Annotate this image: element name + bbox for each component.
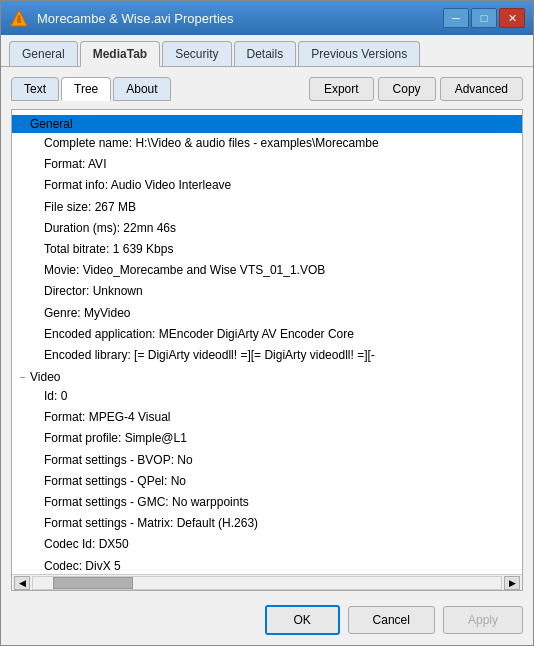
- inner-tabs: Text Tree About: [11, 77, 309, 101]
- inner-tab-row: Text Tree About Export Copy Advanced: [11, 77, 523, 101]
- titlebar: Morecambe & Wise.avi Properties ─ □ ✕: [1, 1, 533, 35]
- properties-window: Morecambe & Wise.avi Properties ─ □ ✕ Ge…: [0, 0, 534, 646]
- tree-section-label-general: General: [30, 115, 73, 133]
- apply-button[interactable]: Apply: [443, 606, 523, 634]
- tree-item[interactable]: Movie: Video_Morecambe and Wise VTS_01_1…: [40, 260, 522, 281]
- restore-button[interactable]: □: [471, 8, 497, 28]
- tree-scroll[interactable]: −GeneralComplete name: H:\Video & audio …: [12, 110, 522, 574]
- scroll-left-button[interactable]: ◀: [14, 576, 30, 590]
- expand-icon-general[interactable]: −: [16, 117, 30, 132]
- tree-item[interactable]: Format: MPEG-4 Visual: [40, 407, 522, 428]
- tab-general[interactable]: General: [9, 41, 78, 66]
- cancel-button[interactable]: Cancel: [348, 606, 435, 634]
- tab-mediatab[interactable]: MediaTab: [80, 41, 160, 67]
- tree-children-general: Complete name: H:\Video & audio files - …: [12, 133, 522, 366]
- tree-section-label-video: Video: [30, 368, 60, 386]
- tab-tree[interactable]: Tree: [61, 77, 111, 101]
- tree-item[interactable]: Format info: Audio Video Interleave: [40, 175, 522, 196]
- ok-button[interactable]: OK: [265, 605, 340, 635]
- tree-item[interactable]: Total bitrate: 1 639 Kbps: [40, 239, 522, 260]
- app-icon: [9, 8, 29, 28]
- expand-icon-video[interactable]: −: [16, 370, 30, 385]
- window-title: Morecambe & Wise.avi Properties: [37, 11, 435, 26]
- outer-tab-bar: General MediaTab Security Details Previo…: [1, 35, 533, 67]
- svg-point-2: [18, 15, 21, 18]
- tree-section-video: −VideoId: 0Format: MPEG-4 VisualFormat p…: [12, 367, 522, 574]
- tree-node-row-general[interactable]: −General: [12, 115, 522, 133]
- tree-item[interactable]: Encoded library: [= DigiArty videodll! =…: [40, 345, 522, 366]
- tree-item[interactable]: Genre: MyVideo: [40, 303, 522, 324]
- export-button[interactable]: Export: [309, 77, 374, 101]
- scroll-track: [32, 576, 502, 590]
- tree-section-general: −GeneralComplete name: H:\Video & audio …: [12, 114, 522, 367]
- tree-item[interactable]: Encoded application: MEncoder DigiArty A…: [40, 324, 522, 345]
- tree-area: −GeneralComplete name: H:\Video & audio …: [11, 109, 523, 591]
- bottom-button-row: OK Cancel Apply: [1, 595, 533, 645]
- scroll-thumb[interactable]: [53, 577, 133, 589]
- minimize-button[interactable]: ─: [443, 8, 469, 28]
- horizontal-scrollbar[interactable]: ◀ ▶: [12, 574, 522, 590]
- toolbar-buttons: Export Copy Advanced: [309, 77, 523, 101]
- tree-item[interactable]: Format: AVI: [40, 154, 522, 175]
- tree-item[interactable]: Director: Unknown: [40, 281, 522, 302]
- tab-details[interactable]: Details: [234, 41, 297, 66]
- tab-security[interactable]: Security: [162, 41, 231, 66]
- svg-rect-1: [17, 18, 21, 23]
- tree-node-row-video[interactable]: −Video: [12, 368, 522, 386]
- tree-item[interactable]: Format settings - BVOP: No: [40, 450, 522, 471]
- content-area: Text Tree About Export Copy Advanced −Ge…: [1, 67, 533, 595]
- tree-item[interactable]: Format settings - Matrix: Default (H.263…: [40, 513, 522, 534]
- close-button[interactable]: ✕: [499, 8, 525, 28]
- tree-item[interactable]: Duration (ms): 22mn 46s: [40, 218, 522, 239]
- tree-item[interactable]: File size: 267 MB: [40, 197, 522, 218]
- tab-about[interactable]: About: [113, 77, 170, 101]
- tree-children-video: Id: 0Format: MPEG-4 VisualFormat profile…: [12, 386, 522, 574]
- tree-item[interactable]: Complete name: H:\Video & audio files - …: [40, 133, 522, 154]
- tab-previous-versions[interactable]: Previous Versions: [298, 41, 420, 66]
- tree-item[interactable]: Format settings - QPel: No: [40, 471, 522, 492]
- scroll-right-button[interactable]: ▶: [504, 576, 520, 590]
- copy-button[interactable]: Copy: [378, 77, 436, 101]
- window-controls: ─ □ ✕: [443, 8, 525, 28]
- tree-item[interactable]: Codec: DivX 5: [40, 556, 522, 574]
- tree-item[interactable]: Format settings - GMC: No warppoints: [40, 492, 522, 513]
- tree-item[interactable]: Format profile: Simple@L1: [40, 428, 522, 449]
- tree-item[interactable]: Id: 0: [40, 386, 522, 407]
- advanced-button[interactable]: Advanced: [440, 77, 523, 101]
- tree-item[interactable]: Codec Id: DX50: [40, 534, 522, 555]
- tab-text[interactable]: Text: [11, 77, 59, 101]
